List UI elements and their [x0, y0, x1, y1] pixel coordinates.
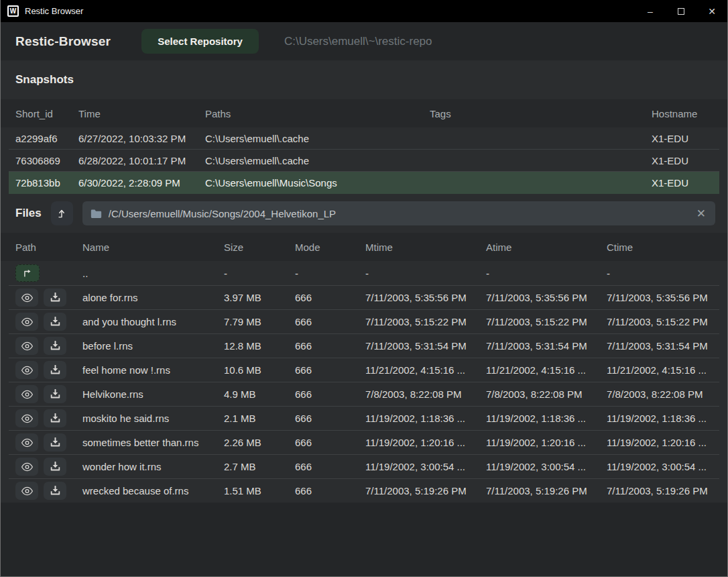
file-ctime: 7/11/2003, 5:35:56 PM: [600, 292, 719, 303]
snapshot-paths: C:\Users\emuell\Music\Songs: [198, 177, 423, 189]
file-row[interactable]: feel home now !.rns 10.6 MB 666 11/21/20…: [9, 358, 719, 382]
files-column-header: Path Name Size Mode Mtime Atime Ctime: [1, 233, 727, 261]
file-atime: 11/21/2002, 4:15:16 ...: [479, 364, 600, 376]
close-button[interactable]: ✕: [696, 0, 727, 22]
column-header-hostname[interactable]: Hostname: [645, 108, 719, 119]
file-mtime: 7/11/2003, 5:15:22 PM: [359, 316, 479, 327]
up-right-arrow-icon: [21, 268, 34, 278]
download-file-button[interactable]: [44, 288, 66, 307]
files-rows: .. - - - - -: [1, 261, 727, 503]
titlebar: W Restic Browser – ✕: [1, 0, 727, 22]
column-header-tags[interactable]: Tags: [423, 108, 645, 119]
path-input[interactable]: [109, 208, 688, 219]
column-header-time[interactable]: Time: [72, 108, 198, 119]
download-file-button[interactable]: [44, 458, 66, 476]
download-file-button[interactable]: [44, 482, 66, 500]
window-title: Restic Browser: [25, 6, 83, 16]
column-header-mtime[interactable]: Mtime: [359, 242, 479, 253]
eye-icon: [21, 414, 34, 423]
file-row[interactable]: sometimes better than.rns 2.26 MB 666 11…: [9, 430, 719, 454]
snapshot-time: 6/30/2022, 2:28:09 PM: [72, 177, 198, 189]
file-name: sometimes better than.rns: [76, 437, 217, 448]
download-icon: [50, 365, 60, 375]
file-size: 12.8 MB: [217, 340, 288, 352]
file-row[interactable]: wonder how it.rns 2.7 MB 666 11/19/2002,…: [9, 454, 719, 478]
download-icon: [50, 486, 60, 496]
file-mode: 666: [288, 292, 359, 303]
file-row[interactable]: before l.rns 12.8 MB 666 7/11/2003, 5:31…: [9, 333, 719, 358]
file-mode: 666: [288, 364, 359, 376]
file-row[interactable]: alone for.rns 3.97 MB 666 7/11/2003, 5:3…: [9, 285, 719, 309]
file-mtime: -: [359, 268, 479, 279]
download-file-button[interactable]: [44, 361, 66, 379]
file-row[interactable]: and you thought l.rns 7.79 MB 666 7/11/2…: [9, 309, 719, 333]
preview-file-button[interactable]: [15, 288, 38, 307]
preview-file-button[interactable]: [15, 433, 38, 452]
column-header-atime[interactable]: Atime: [479, 242, 600, 253]
download-file-button[interactable]: [44, 337, 66, 355]
file-mode: 666: [288, 485, 359, 496]
file-mode: -: [288, 268, 359, 279]
column-header-paths[interactable]: Paths: [198, 108, 423, 119]
preview-file-button[interactable]: [15, 313, 38, 331]
app-window: W Restic Browser – ✕ Restic-Browser Sele…: [0, 0, 728, 577]
snapshots-section: Snapshots Short_id Time Paths Tags Hostn…: [1, 60, 727, 194]
snapshot-time: 6/27/2022, 10:03:32 PM: [72, 133, 198, 144]
eye-icon: [21, 462, 34, 472]
download-icon: [50, 437, 60, 448]
snapshot-row[interactable]: 72b813bb 6/30/2022, 2:28:09 PM C:\Users\…: [9, 172, 719, 194]
file-mtime: 11/21/2002, 4:15:16 ...: [359, 364, 479, 376]
minimize-button[interactable]: –: [635, 0, 666, 22]
download-file-button[interactable]: [44, 313, 66, 331]
preview-file-button[interactable]: [15, 409, 38, 427]
file-row[interactable]: wrecked because of.rns 1.51 MB 666 7/11/…: [9, 478, 719, 503]
file-mtime: 11/19/2002, 3:00:54 ...: [359, 461, 479, 472]
preview-file-button[interactable]: [15, 385, 38, 403]
file-row-actions: [9, 337, 76, 355]
snapshot-paths: C:\Users\emuell\.cache: [198, 133, 423, 144]
snapshots-title: Snapshots: [15, 73, 74, 87]
download-icon: [50, 413, 60, 423]
column-header-ctime[interactable]: Ctime: [600, 242, 719, 253]
select-repository-button[interactable]: Select Repository: [141, 29, 259, 54]
file-row[interactable]: Helvikone.rns 4.9 MB 666 7/8/2003, 8:22:…: [9, 382, 719, 406]
file-atime: 7/8/2003, 8:22:08 PM: [479, 388, 600, 400]
download-file-button[interactable]: [44, 385, 66, 403]
column-header-name[interactable]: Name: [76, 242, 217, 253]
snapshots-rows: a2299af6 6/27/2022, 10:03:32 PM C:\Users…: [1, 127, 727, 194]
navigate-up-button[interactable]: [15, 264, 40, 282]
preview-file-button[interactable]: [15, 361, 38, 379]
snapshot-row[interactable]: 76306869 6/28/2022, 10:01:17 PM C:\Users…: [9, 150, 719, 172]
column-header-path[interactable]: Path: [9, 242, 76, 253]
column-header-size[interactable]: Size: [217, 242, 288, 253]
download-icon: [50, 317, 60, 327]
file-name: before l.rns: [76, 340, 217, 352]
maximize-button[interactable]: [666, 0, 696, 22]
file-atime: 7/11/2003, 5:35:56 PM: [479, 292, 600, 303]
app-header: Restic-Browser Select Repository: [1, 22, 727, 60]
file-ctime: 11/21/2002, 4:15:16 ...: [600, 364, 719, 376]
folder-icon: [90, 209, 102, 219]
preview-file-button[interactable]: [15, 482, 38, 500]
preview-file-button[interactable]: [15, 337, 38, 355]
files-section: Files ✕ Path Name Size Mode M: [1, 194, 727, 576]
download-file-button[interactable]: [44, 409, 66, 427]
clear-path-icon[interactable]: ✕: [695, 208, 707, 219]
column-header-short-id[interactable]: Short_id: [9, 108, 72, 119]
file-ctime: 7/11/2003, 5:15:22 PM: [600, 316, 719, 327]
preview-file-button[interactable]: [15, 458, 38, 476]
file-row-actions: [9, 409, 76, 427]
level-up-button[interactable]: [51, 201, 73, 225]
window-controls: – ✕: [635, 0, 727, 22]
repository-path-input[interactable]: [284, 35, 713, 48]
files-title: Files: [15, 207, 42, 220]
download-file-button[interactable]: [44, 433, 66, 452]
file-name: wrecked because of.rns: [76, 485, 217, 496]
snapshot-hostname: X1-EDU: [645, 177, 719, 189]
snapshot-row[interactable]: a2299af6 6/27/2022, 10:03:32 PM C:\Users…: [9, 127, 719, 150]
column-header-mode[interactable]: Mode: [288, 242, 359, 253]
file-mtime: 7/11/2003, 5:31:54 PM: [359, 340, 479, 352]
parent-directory-row[interactable]: .. - - - - -: [9, 261, 719, 285]
snapshot-short-id: 72b813bb: [9, 177, 72, 189]
file-row[interactable]: moskito he said.rns 2.1 MB 666 11/19/200…: [9, 406, 719, 430]
